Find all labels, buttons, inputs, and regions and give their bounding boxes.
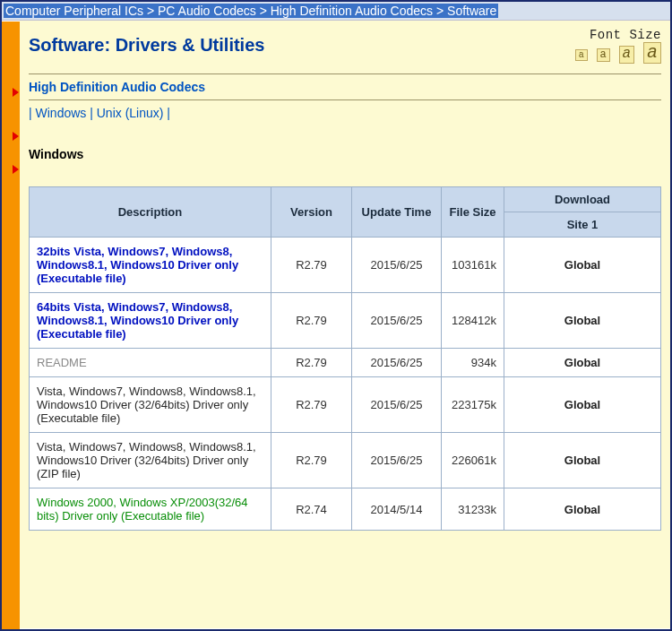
cell-update-time: 2015/6/25 — [352, 349, 442, 377]
download-description-link[interactable]: Vista, Windows7, Windows8, Windows8.1, W… — [37, 440, 256, 480]
download-description-link[interactable]: Windows 2000, Windows XP/2003(32/64 bits… — [37, 496, 248, 523]
os-nav-unix[interactable]: Unix (Linux) — [97, 106, 164, 120]
breadcrumb-item[interactable]: PC Audio Codecs — [158, 4, 256, 18]
download-description-link[interactable]: Vista, Windows7, Windows8, Windows8.1, W… — [37, 385, 256, 425]
font-size-xl-button[interactable]: a — [643, 42, 661, 64]
font-size-control: Font Size a a a a — [573, 28, 661, 64]
download-site-link[interactable]: Global — [564, 503, 600, 516]
chevron-right-icon[interactable] — [13, 165, 19, 174]
cell-version: R2.79 — [271, 238, 352, 293]
th-download: Download — [504, 187, 661, 212]
cell-version: R2.74 — [271, 488, 352, 531]
table-row: Vista, Windows7, Windows8, Windows8.1, W… — [30, 433, 661, 488]
th-version: Version — [271, 187, 352, 238]
cell-version: R2.79 — [271, 377, 352, 433]
table-row: 32bits Vista, Windows7, Windows8, Window… — [30, 238, 661, 293]
main-content: Software: Drivers & Utilities Font Size … — [20, 21, 670, 628]
th-site1: Site 1 — [504, 212, 661, 238]
divider — [29, 73, 661, 74]
download-site-link[interactable]: Global — [564, 258, 600, 272]
chevron-right-icon[interactable] — [13, 88, 19, 97]
download-description-link[interactable]: README — [37, 356, 87, 369]
cell-version: R2.79 — [271, 293, 352, 349]
table-row: 64bits Vista, Windows7, Windows8, Window… — [30, 293, 661, 349]
cell-file-size: 223175k — [442, 377, 504, 433]
divider — [29, 99, 661, 100]
cell-file-size: 128412k — [442, 293, 504, 349]
os-nav-windows[interactable]: Windows — [36, 106, 87, 120]
th-file-size: File Size — [442, 187, 504, 238]
th-update-time: Update Time — [352, 187, 442, 238]
section-link[interactable]: High Definition Audio Codecs — [29, 80, 205, 94]
sidebar-accent — [2, 22, 20, 629]
font-size-label: Font Size — [573, 28, 661, 42]
table-row: Vista, Windows7, Windows8, Windows8.1, W… — [30, 377, 661, 433]
table-row: READMER2.792015/6/25934kGlobal — [30, 349, 661, 377]
download-site-link[interactable]: Global — [564, 454, 600, 467]
os-nav: | Windows | Unix (Linux) | — [29, 106, 661, 120]
page-title: Software: Drivers & Utilities — [29, 35, 264, 56]
cell-file-size: 31233k — [442, 488, 504, 531]
downloads-table: Description Version Update Time File Siz… — [29, 186, 661, 531]
breadcrumb: Computer Peripheral ICs > PC Audio Codec… — [2, 2, 670, 21]
download-site-link[interactable]: Global — [564, 314, 600, 327]
breadcrumb-item[interactable]: High Definition Audio Codecs — [271, 4, 433, 18]
font-size-s-button[interactable]: a — [597, 48, 610, 62]
th-description: Description — [30, 187, 271, 238]
cell-update-time: 2014/5/14 — [352, 488, 442, 531]
cell-update-time: 2015/6/25 — [352, 377, 442, 433]
cell-file-size: 226061k — [442, 433, 504, 488]
font-size-l-button[interactable]: a — [619, 46, 635, 64]
cell-file-size: 934k — [442, 349, 504, 377]
cell-update-time: 2015/6/25 — [352, 293, 442, 349]
download-description-link[interactable]: 64bits Vista, Windows7, Windows8, Window… — [37, 300, 238, 341]
cell-update-time: 2015/6/25 — [352, 238, 442, 293]
breadcrumb-highlight[interactable]: Computer Peripheral ICs > PC Audio Codec… — [4, 4, 498, 18]
font-size-xs-button[interactable]: a — [575, 49, 588, 61]
breadcrumb-item[interactable]: Software — [447, 4, 496, 18]
cell-version: R2.79 — [271, 433, 352, 488]
cell-update-time: 2015/6/25 — [352, 433, 442, 488]
download-site-link[interactable]: Global — [564, 356, 600, 369]
chevron-right-icon[interactable] — [13, 132, 19, 141]
breadcrumb-item[interactable]: Computer Peripheral ICs — [5, 4, 143, 18]
cell-file-size: 103161k — [442, 238, 504, 293]
download-description-link[interactable]: 32bits Vista, Windows7, Windows8, Window… — [37, 245, 238, 285]
os-heading: Windows — [29, 147, 661, 161]
table-row: Windows 2000, Windows XP/2003(32/64 bits… — [30, 488, 661, 531]
cell-version: R2.79 — [271, 349, 352, 377]
download-site-link[interactable]: Global — [564, 398, 600, 411]
